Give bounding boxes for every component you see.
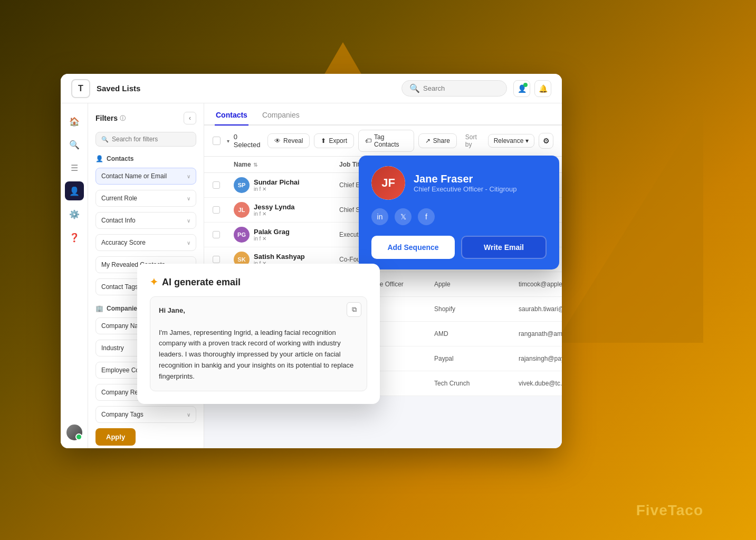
- nav-settings[interactable]: ⚙️: [65, 205, 84, 224]
- row-checkbox[interactable]: [213, 206, 234, 214]
- apply-button[interactable]: Apply: [95, 428, 136, 446]
- contact-name: Sundar Pichai: [254, 178, 300, 186]
- top-search[interactable]: 🔍: [401, 80, 507, 97]
- filter-accuracy-score[interactable]: Accuracy Score ∨: [95, 234, 196, 251]
- filter-contact-info[interactable]: Contact Info ∨: [95, 212, 196, 229]
- export-icon: ⬆: [321, 137, 326, 144]
- contact-cell: SP Sundar Pichai in f ✕: [234, 177, 339, 193]
- profile-info: Jane Fraser Chief Executive Officer - Ci…: [414, 173, 517, 193]
- tabs-bar: Contacts Companies: [204, 103, 562, 126]
- app-logo: T: [71, 79, 90, 98]
- nav-list[interactable]: ☰: [65, 158, 84, 177]
- sidebar-nav: 🏠 🔍 ☰ 👤 ⚙️ ❓: [61, 103, 88, 448]
- email-id: vivek.dube@tc.com: [519, 380, 562, 387]
- filter-contact-name[interactable]: Contact Name or Email ∨: [95, 168, 196, 185]
- ai-body-text: I'm James, representing Ingrid, a leadin…: [159, 329, 353, 380]
- profile-title: Chief Executive Officer - Citigroup: [414, 185, 517, 193]
- nav-home[interactable]: 🏠: [65, 112, 84, 131]
- reveal-button[interactable]: 👁 Reveal: [267, 133, 310, 148]
- filter-company-tags[interactable]: Company Tags ∨: [95, 406, 196, 423]
- copy-button[interactable]: ⧉: [347, 302, 361, 317]
- search-input[interactable]: [423, 84, 497, 92]
- chevron-icon: ∨: [187, 196, 190, 201]
- company-name: AMD: [434, 330, 519, 338]
- email-id: timcook@apple.com: [519, 281, 562, 288]
- tab-companies[interactable]: Companies: [261, 103, 301, 126]
- th-name[interactable]: Name ⇅: [234, 161, 339, 168]
- table-settings-btn[interactable]: ⚙: [539, 133, 553, 149]
- company-name: Shopify: [434, 305, 519, 313]
- chevron-icon: ∨: [187, 412, 190, 418]
- facebook-icon[interactable]: f: [418, 208, 435, 225]
- tag-contacts-button[interactable]: 🏷 Tag Contacts: [358, 130, 414, 152]
- chevron-down-icon[interactable]: ▾: [227, 138, 229, 144]
- company-name: Tech Crunch: [434, 380, 519, 387]
- tab-contacts[interactable]: Contacts: [215, 103, 248, 126]
- th-checkbox: [213, 161, 234, 168]
- avatar: SP: [234, 177, 250, 193]
- contact-name: Jessy Lynda: [254, 203, 295, 211]
- ai-email-header: ✦ AI generate email: [150, 276, 367, 288]
- filter-search-box[interactable]: 🔍: [95, 132, 196, 147]
- brand-name-rest: Taco: [668, 502, 703, 518]
- chevron-icon: ∨: [187, 240, 190, 246]
- chevron-icon: ∨: [187, 173, 190, 179]
- select-all-checkbox[interactable]: [213, 137, 221, 145]
- brand-label: FiveTaco: [636, 502, 703, 519]
- contacts-section-label: 👤 Contacts: [95, 155, 196, 162]
- selected-count: 0 Selected: [234, 133, 263, 149]
- sort-dropdown[interactable]: Relevance ▾: [488, 134, 535, 148]
- row-checkbox[interactable]: [213, 256, 234, 263]
- ai-greeting: Hi Jane,: [159, 306, 185, 314]
- company-name: Apple: [434, 281, 519, 288]
- share-button[interactable]: ↗ Share: [418, 133, 457, 148]
- contact-socials: in f ✕: [254, 186, 300, 192]
- profile-card-top: JF Jane Fraser Chief Executive Officer -…: [371, 166, 547, 200]
- profile-actions: Add Sequence Write Email: [371, 236, 547, 259]
- email-id: saurabh.tiwari@shopify.com: [519, 305, 562, 313]
- write-email-button[interactable]: Write Email: [461, 236, 547, 259]
- avatar: PG: [234, 227, 250, 243]
- filter-search-icon: 🔍: [101, 136, 109, 143]
- twitter-icon[interactable]: 𝕏: [395, 208, 412, 225]
- contact-name: Palak Grag: [254, 228, 290, 236]
- share-icon: ↗: [425, 137, 430, 144]
- linkedin-icon[interactable]: in: [371, 208, 388, 225]
- nav-avatar[interactable]: [65, 423, 84, 442]
- social-icons: in 𝕏 f: [371, 208, 547, 225]
- add-sequence-button[interactable]: Add Sequence: [371, 236, 455, 259]
- filters-info-icon: ⓘ: [120, 114, 126, 122]
- profile-card: JF Jane Fraser Chief Executive Officer -…: [359, 156, 559, 269]
- export-button[interactable]: ⬆ Export: [314, 133, 354, 148]
- bell-icon-btn[interactable]: 🔔: [534, 80, 551, 97]
- contacts-icon: 👤: [95, 155, 103, 162]
- email-id: ranganath@amd.com: [519, 330, 562, 338]
- tag-icon: 🏷: [365, 137, 371, 144]
- toolbar: ▾ 0 Selected 👁 Reveal ⬆ Export 🏷 Tag Con…: [204, 126, 562, 157]
- top-bar: T Saved Lists 🔍 👤 🔔: [61, 74, 562, 103]
- contact-name: Satish Kashyap: [254, 253, 305, 261]
- profile-avatar: JF: [371, 166, 405, 200]
- collapse-filters-btn[interactable]: ‹: [184, 112, 196, 124]
- top-bar-icons: 👤 🔔: [513, 80, 551, 97]
- ai-email-card: ✦ AI generate email ⧉ Hi Jane, I'm James…: [137, 264, 380, 404]
- row-checkbox[interactable]: [213, 181, 234, 189]
- user-avatar: [66, 425, 82, 440]
- profile-icon-btn[interactable]: 👤: [513, 80, 530, 97]
- avatar: JL: [234, 202, 250, 218]
- contact-cell: PG Palak Grag in f ✕: [234, 227, 339, 243]
- star-icon: ✦: [150, 276, 158, 288]
- company-name: Paypal: [434, 355, 519, 362]
- row-checkbox[interactable]: [213, 231, 234, 238]
- filters-title: Filters ⓘ: [95, 114, 126, 122]
- filter-current-role[interactable]: Current Role ∨: [95, 190, 196, 207]
- filters-header: Filters ⓘ ‹: [95, 112, 196, 124]
- nav-search[interactable]: 🔍: [65, 135, 84, 154]
- profile-name: Jane Fraser: [414, 173, 517, 185]
- filter-search-input[interactable]: [112, 136, 190, 143]
- nav-contacts[interactable]: 👤: [65, 181, 84, 200]
- nav-help[interactable]: ❓: [65, 228, 84, 247]
- chevron-icon: ∨: [187, 218, 190, 224]
- contact-socials: in f ✕: [254, 236, 290, 242]
- sort-arrow-icon: ⇅: [253, 162, 257, 168]
